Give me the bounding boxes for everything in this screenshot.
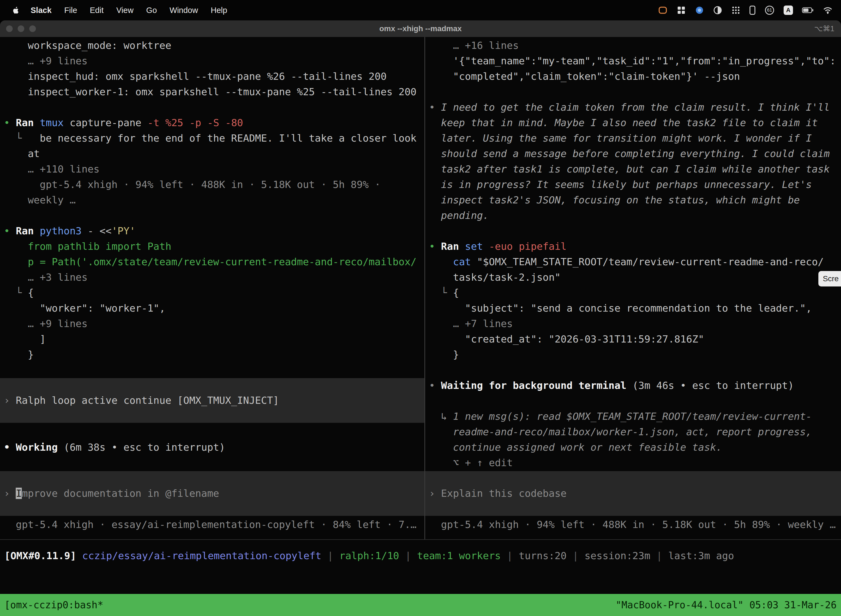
window-shortcut-hint: ⌥⌘1	[814, 24, 834, 33]
menu-item-slack[interactable]: Slack	[24, 6, 58, 15]
right-scrollback: … +16 lines '{"team_name":"my-team","tas…	[425, 37, 841, 471]
menu-item-go[interactable]: Go	[140, 6, 163, 15]
iphone-icon[interactable]	[749, 5, 756, 15]
terminal-line: p = Path('.omx/state/team/review-current…	[4, 254, 424, 270]
terminal-line: gpt-5.4 xhigh · 94% left · 488K in · 5.1…	[4, 177, 424, 192]
screen-notification[interactable]: Scre	[818, 271, 841, 286]
right-session-footer: gpt-5.4 xhigh · 94% left · 488K in · 5.1…	[429, 517, 836, 532]
right-input-placeholder: › Explain this codebase	[429, 486, 567, 501]
terminal-line: "worker": "worker-1",	[4, 301, 424, 316]
terminal-content: workspace_mode: worktree … +9 lines insp…	[0, 37, 841, 616]
terminal-line: • Ran python3 - <<'PY'	[4, 223, 424, 239]
battery-gauge-icon[interactable]: 61	[764, 5, 775, 15]
terminal-line: … +9 lines	[4, 316, 424, 331]
terminal-line: workspace_mode: worktree	[4, 38, 424, 53]
terminal-line: … +9 lines	[4, 53, 424, 69]
terminal-line: • I need to get the claim token from the…	[429, 100, 841, 115]
screen: SlackFileEditViewGoWindowHelp	[0, 0, 841, 616]
terminal-line: cat "$OMX_TEAM_STATE_ROOT/team/review-cu…	[429, 254, 841, 270]
menu-item-file[interactable]: File	[58, 6, 84, 15]
terminal-line	[4, 208, 424, 223]
terminal-line: └ {	[429, 285, 841, 301]
terminal-line: ⌥ + ↑ edit	[429, 455, 841, 471]
terminal-line: inspect task2's JSON, focusing on the st…	[429, 192, 841, 208]
app-menus: SlackFileEditViewGoWindowHelp	[24, 6, 233, 15]
left-input-placeholder: › Improve documentation in @filename	[4, 486, 219, 501]
inject-message-box[interactable]: › Ralph loop active continue [OMX_TMUX_I…	[0, 378, 424, 423]
terminal-line	[429, 362, 841, 378]
terminal-line: '{"team_name":"my-team","task_id":"1","f…	[429, 53, 841, 69]
terminal-line: tasks/task-2.json"	[429, 270, 841, 285]
terminal-line: "created_at": "2026-03-31T11:59:27.816Z"	[429, 331, 841, 347]
terminal-line: is in progress? It seems likely but perh…	[429, 177, 841, 192]
terminal-line: continue assigned work or next feasible …	[429, 440, 841, 455]
window-title-bar[interactable]: omx --xhigh --madmax ⌥⌘1	[0, 21, 841, 37]
dots-grid-icon[interactable]	[731, 6, 741, 15]
menu-item-view[interactable]: View	[110, 6, 140, 15]
terminal-line: later. Using the same for transition mig…	[429, 131, 841, 146]
terminal-line: should send a message before completing …	[429, 146, 841, 161]
apple-menu-icon[interactable]	[12, 6, 21, 15]
half-moon-icon[interactable]	[713, 6, 722, 15]
menu-item-window[interactable]: Window	[163, 6, 204, 15]
tmux-session-info: [omx-cczip0:bash*	[4, 600, 103, 610]
terminal-line: "subject": "send a concise recommendatio…	[429, 301, 841, 316]
terminal-line: … +110 lines	[4, 161, 424, 177]
terminal-line: … +3 lines	[4, 270, 424, 285]
terminal-line: … +16 lines	[429, 38, 841, 53]
terminal-line: from pathlib import Path	[4, 239, 424, 254]
menu-item-help[interactable]: Help	[204, 6, 234, 15]
terminal-line: keep that in mind. Maybe I also need the…	[429, 115, 841, 131]
terminal-line: inspect_hud: omx sparkshell --tmux-pane …	[4, 69, 424, 84]
terminal-line: └ {	[4, 285, 424, 301]
wifi-icon[interactable]	[823, 6, 833, 14]
terminal-line	[429, 393, 841, 409]
close-button[interactable]	[6, 25, 13, 32]
terminal-line: • Ran set -euo pipefail	[429, 239, 841, 254]
tmux-pane-right[interactable]: … +16 lines '{"team_name":"my-team","tas…	[425, 37, 841, 539]
terminal-line: task2 after task1 is complete, but can I…	[429, 161, 841, 177]
terminal-line: ]	[4, 331, 424, 347]
menu-bar-left: SlackFileEditViewGoWindowHelp	[12, 6, 233, 15]
tmux-host-clock: "MacBook-Pro-44.local" 05:03 31-Mar-26	[615, 600, 837, 610]
terminal-line: pending.	[429, 208, 841, 223]
terminal-line: "completed","claim_token":"claim-token"}…	[429, 69, 841, 84]
battery-gauge-value: 61	[764, 5, 775, 15]
input-source-letter: A	[784, 6, 793, 15]
battery-icon[interactable]	[802, 5, 814, 15]
terminal-line: … +7 lines	[429, 316, 841, 331]
screen-recording-icon[interactable]	[658, 5, 668, 15]
left-input-box[interactable]: › Improve documentation in @filename	[0, 471, 424, 516]
blue-app-icon[interactable]	[695, 6, 704, 15]
screen-notification-text: Scre	[823, 274, 839, 283]
terminal-line: • Waiting for background terminal (3m 46…	[429, 378, 841, 393]
hud-divider	[0, 539, 841, 540]
input-source-icon[interactable]: A	[784, 6, 793, 15]
terminal-line: inspect_worker-1: omx sparkshell --tmux-…	[4, 84, 424, 100]
terminal-line: at	[4, 146, 424, 161]
right-input-box[interactable]: › Explain this codebase	[425, 471, 841, 516]
zoom-button[interactable]	[29, 25, 36, 32]
window-title: omx --xhigh --madmax	[379, 24, 462, 33]
minimize-button[interactable]	[18, 25, 24, 32]
tmux-pane-left[interactable]: workspace_mode: worktree … +9 lines insp…	[0, 37, 424, 539]
terminal-line: }	[429, 347, 841, 362]
menu-item-edit[interactable]: Edit	[84, 6, 110, 15]
terminal-line	[429, 84, 841, 100]
inject-message-text: › Ralph loop active continue [OMX_TMUX_I…	[4, 393, 279, 408]
terminal-line	[4, 100, 424, 115]
terminal-line: ↳ 1 new msg(s): read $OMX_TEAM_STATE_ROO…	[429, 409, 841, 424]
working-status-line: • Working (6m 38s • esc to interrupt)	[4, 440, 225, 455]
terminal-line: weekly …	[4, 192, 424, 208]
terminal-line	[429, 223, 841, 239]
grid-icon[interactable]	[677, 6, 686, 15]
left-session-footer: gpt-5.4 xhigh · essay/ai-reimplementatio…	[4, 517, 417, 532]
tmux-status-bar: [omx-cczip0:bash* "MacBook-Pro-44.local"…	[0, 594, 841, 616]
terminal-line: readme-and-reco/mailbox/worker-1.json, a…	[429, 424, 841, 440]
menu-bar: SlackFileEditViewGoWindowHelp	[0, 0, 841, 21]
omx-status-line: [OMX#0.11.9] cczip/essay/ai-reimplementa…	[4, 548, 734, 563]
terminal-line: └ be necessary for the end of the README…	[4, 131, 424, 146]
terminal-line: • Ran tmux capture-pane -t %25 -p -S -80	[4, 115, 424, 131]
menu-bar-status-icons: 61 A	[658, 5, 833, 15]
terminal-line: }	[4, 347, 424, 362]
